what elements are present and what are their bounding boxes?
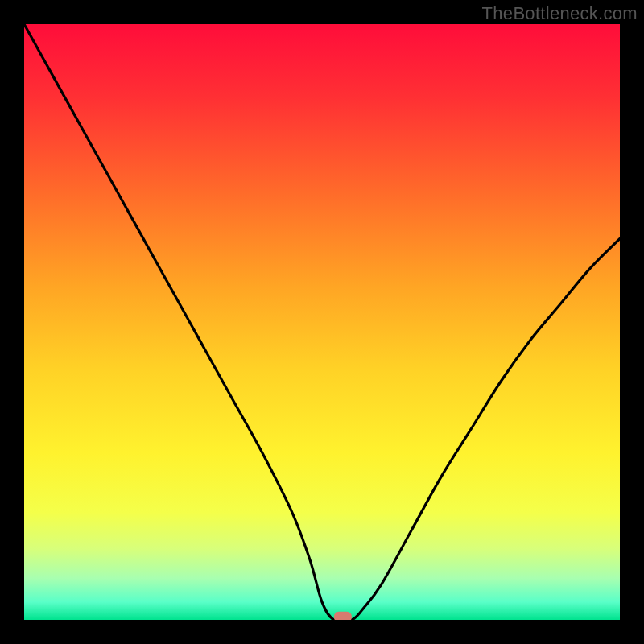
chart-frame: TheBottleneck.com <box>0 0 644 644</box>
optimal-point-marker <box>334 612 352 620</box>
attribution-label: TheBottleneck.com <box>482 3 638 24</box>
plot-area <box>24 24 620 620</box>
gradient-background <box>24 24 620 620</box>
bottleneck-chart <box>24 24 620 620</box>
